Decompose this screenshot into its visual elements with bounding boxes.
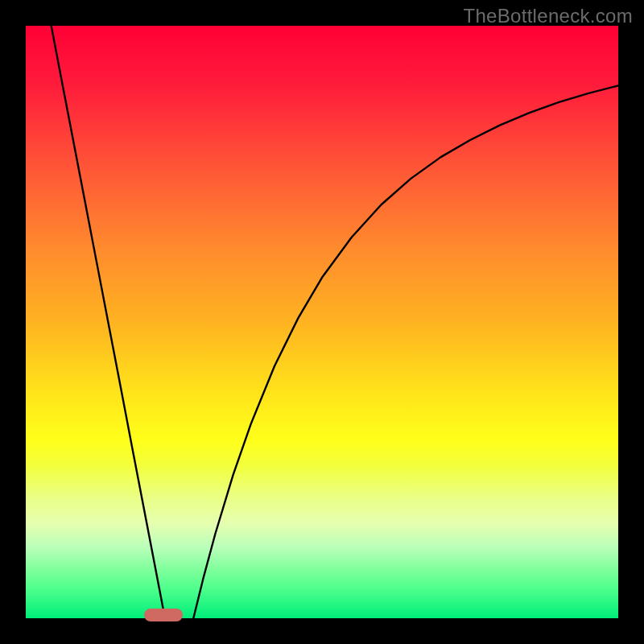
curves-svg xyxy=(26,26,618,618)
optimal-marker xyxy=(144,609,183,621)
curve-left-branch xyxy=(52,26,165,618)
outer-frame: TheBottleneck.com xyxy=(0,0,644,644)
curve-right-branch xyxy=(193,85,618,618)
watermark-text: TheBottleneck.com xyxy=(463,5,633,27)
plot-area xyxy=(26,26,618,618)
